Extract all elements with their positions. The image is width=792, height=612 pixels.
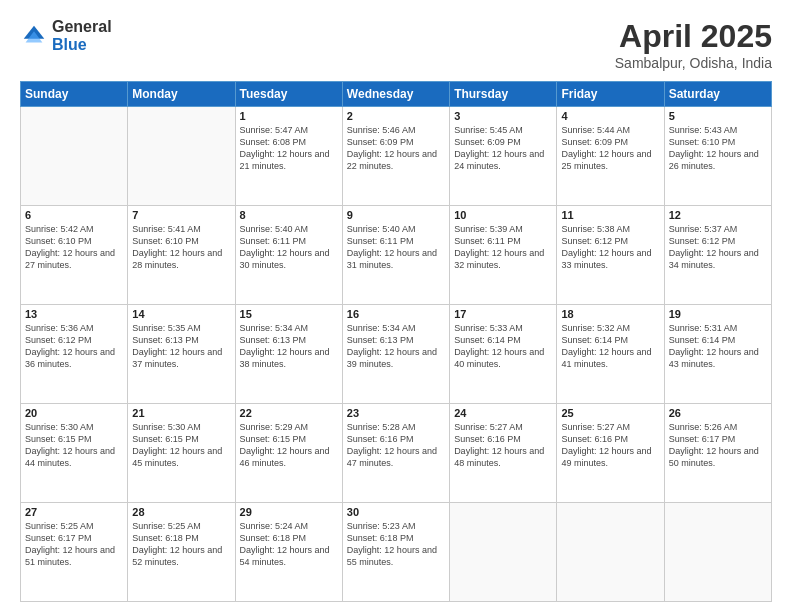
day-info: Sunrise: 5:28 AM Sunset: 6:16 PM Dayligh… [347,421,445,470]
day-info: Sunrise: 5:46 AM Sunset: 6:09 PM Dayligh… [347,124,445,173]
col-thursday: Thursday [450,82,557,107]
day-info: Sunrise: 5:26 AM Sunset: 6:17 PM Dayligh… [669,421,767,470]
title-location: Sambalpur, Odisha, India [615,55,772,71]
day-number: 23 [347,407,445,419]
table-row: 29Sunrise: 5:24 AM Sunset: 6:18 PM Dayli… [235,503,342,602]
table-row: 15Sunrise: 5:34 AM Sunset: 6:13 PM Dayli… [235,305,342,404]
table-row: 13Sunrise: 5:36 AM Sunset: 6:12 PM Dayli… [21,305,128,404]
day-number: 25 [561,407,659,419]
table-row [664,503,771,602]
table-row: 20Sunrise: 5:30 AM Sunset: 6:15 PM Dayli… [21,404,128,503]
table-row: 14Sunrise: 5:35 AM Sunset: 6:13 PM Dayli… [128,305,235,404]
col-friday: Friday [557,82,664,107]
day-info: Sunrise: 5:31 AM Sunset: 6:14 PM Dayligh… [669,322,767,371]
table-row: 2Sunrise: 5:46 AM Sunset: 6:09 PM Daylig… [342,107,449,206]
day-info: Sunrise: 5:45 AM Sunset: 6:09 PM Dayligh… [454,124,552,173]
table-row [128,107,235,206]
table-row: 21Sunrise: 5:30 AM Sunset: 6:15 PM Dayli… [128,404,235,503]
table-row: 12Sunrise: 5:37 AM Sunset: 6:12 PM Dayli… [664,206,771,305]
day-info: Sunrise: 5:35 AM Sunset: 6:13 PM Dayligh… [132,322,230,371]
day-number: 15 [240,308,338,320]
logo-text: General Blue [52,18,112,53]
day-info: Sunrise: 5:34 AM Sunset: 6:13 PM Dayligh… [347,322,445,371]
day-number: 8 [240,209,338,221]
calendar-week-1: 1Sunrise: 5:47 AM Sunset: 6:08 PM Daylig… [21,107,772,206]
col-sunday: Sunday [21,82,128,107]
day-info: Sunrise: 5:44 AM Sunset: 6:09 PM Dayligh… [561,124,659,173]
table-row: 10Sunrise: 5:39 AM Sunset: 6:11 PM Dayli… [450,206,557,305]
calendar-week-5: 27Sunrise: 5:25 AM Sunset: 6:17 PM Dayli… [21,503,772,602]
table-row: 30Sunrise: 5:23 AM Sunset: 6:18 PM Dayli… [342,503,449,602]
day-info: Sunrise: 5:47 AM Sunset: 6:08 PM Dayligh… [240,124,338,173]
day-number: 4 [561,110,659,122]
table-row: 7Sunrise: 5:41 AM Sunset: 6:10 PM Daylig… [128,206,235,305]
col-saturday: Saturday [664,82,771,107]
day-info: Sunrise: 5:40 AM Sunset: 6:11 PM Dayligh… [240,223,338,272]
logo-blue-text: Blue [52,36,112,54]
day-number: 2 [347,110,445,122]
day-number: 6 [25,209,123,221]
day-number: 14 [132,308,230,320]
day-number: 30 [347,506,445,518]
day-info: Sunrise: 5:39 AM Sunset: 6:11 PM Dayligh… [454,223,552,272]
table-row: 26Sunrise: 5:26 AM Sunset: 6:17 PM Dayli… [664,404,771,503]
table-row: 6Sunrise: 5:42 AM Sunset: 6:10 PM Daylig… [21,206,128,305]
calendar-week-4: 20Sunrise: 5:30 AM Sunset: 6:15 PM Dayli… [21,404,772,503]
day-info: Sunrise: 5:25 AM Sunset: 6:18 PM Dayligh… [132,520,230,569]
table-row: 18Sunrise: 5:32 AM Sunset: 6:14 PM Dayli… [557,305,664,404]
day-info: Sunrise: 5:42 AM Sunset: 6:10 PM Dayligh… [25,223,123,272]
day-info: Sunrise: 5:27 AM Sunset: 6:16 PM Dayligh… [454,421,552,470]
day-info: Sunrise: 5:43 AM Sunset: 6:10 PM Dayligh… [669,124,767,173]
logo-general-text: General [52,18,112,36]
table-row: 3Sunrise: 5:45 AM Sunset: 6:09 PM Daylig… [450,107,557,206]
day-info: Sunrise: 5:30 AM Sunset: 6:15 PM Dayligh… [25,421,123,470]
table-row [557,503,664,602]
day-info: Sunrise: 5:25 AM Sunset: 6:17 PM Dayligh… [25,520,123,569]
day-info: Sunrise: 5:41 AM Sunset: 6:10 PM Dayligh… [132,223,230,272]
day-number: 21 [132,407,230,419]
table-row: 16Sunrise: 5:34 AM Sunset: 6:13 PM Dayli… [342,305,449,404]
day-info: Sunrise: 5:23 AM Sunset: 6:18 PM Dayligh… [347,520,445,569]
table-row: 22Sunrise: 5:29 AM Sunset: 6:15 PM Dayli… [235,404,342,503]
day-info: Sunrise: 5:24 AM Sunset: 6:18 PM Dayligh… [240,520,338,569]
col-wednesday: Wednesday [342,82,449,107]
table-row: 1Sunrise: 5:47 AM Sunset: 6:08 PM Daylig… [235,107,342,206]
day-info: Sunrise: 5:29 AM Sunset: 6:15 PM Dayligh… [240,421,338,470]
table-row: 19Sunrise: 5:31 AM Sunset: 6:14 PM Dayli… [664,305,771,404]
table-row: 8Sunrise: 5:40 AM Sunset: 6:11 PM Daylig… [235,206,342,305]
day-number: 5 [669,110,767,122]
day-number: 16 [347,308,445,320]
logo-icon [20,22,48,50]
calendar-week-3: 13Sunrise: 5:36 AM Sunset: 6:12 PM Dayli… [21,305,772,404]
day-number: 22 [240,407,338,419]
day-number: 17 [454,308,552,320]
day-number: 10 [454,209,552,221]
day-info: Sunrise: 5:38 AM Sunset: 6:12 PM Dayligh… [561,223,659,272]
day-number: 27 [25,506,123,518]
page: General Blue April 2025 Sambalpur, Odish… [0,0,792,612]
day-info: Sunrise: 5:40 AM Sunset: 6:11 PM Dayligh… [347,223,445,272]
header: General Blue April 2025 Sambalpur, Odish… [20,18,772,71]
day-info: Sunrise: 5:34 AM Sunset: 6:13 PM Dayligh… [240,322,338,371]
table-row [450,503,557,602]
table-row: 5Sunrise: 5:43 AM Sunset: 6:10 PM Daylig… [664,107,771,206]
table-row: 23Sunrise: 5:28 AM Sunset: 6:16 PM Dayli… [342,404,449,503]
col-tuesday: Tuesday [235,82,342,107]
title-block: April 2025 Sambalpur, Odisha, India [615,18,772,71]
calendar-header-row: Sunday Monday Tuesday Wednesday Thursday… [21,82,772,107]
day-number: 9 [347,209,445,221]
title-month: April 2025 [615,18,772,55]
day-number: 20 [25,407,123,419]
day-number: 29 [240,506,338,518]
day-info: Sunrise: 5:27 AM Sunset: 6:16 PM Dayligh… [561,421,659,470]
calendar-table: Sunday Monday Tuesday Wednesday Thursday… [20,81,772,602]
table-row: 9Sunrise: 5:40 AM Sunset: 6:11 PM Daylig… [342,206,449,305]
table-row: 11Sunrise: 5:38 AM Sunset: 6:12 PM Dayli… [557,206,664,305]
day-info: Sunrise: 5:32 AM Sunset: 6:14 PM Dayligh… [561,322,659,371]
day-number: 19 [669,308,767,320]
table-row: 17Sunrise: 5:33 AM Sunset: 6:14 PM Dayli… [450,305,557,404]
day-number: 13 [25,308,123,320]
table-row: 24Sunrise: 5:27 AM Sunset: 6:16 PM Dayli… [450,404,557,503]
day-number: 18 [561,308,659,320]
day-info: Sunrise: 5:33 AM Sunset: 6:14 PM Dayligh… [454,322,552,371]
